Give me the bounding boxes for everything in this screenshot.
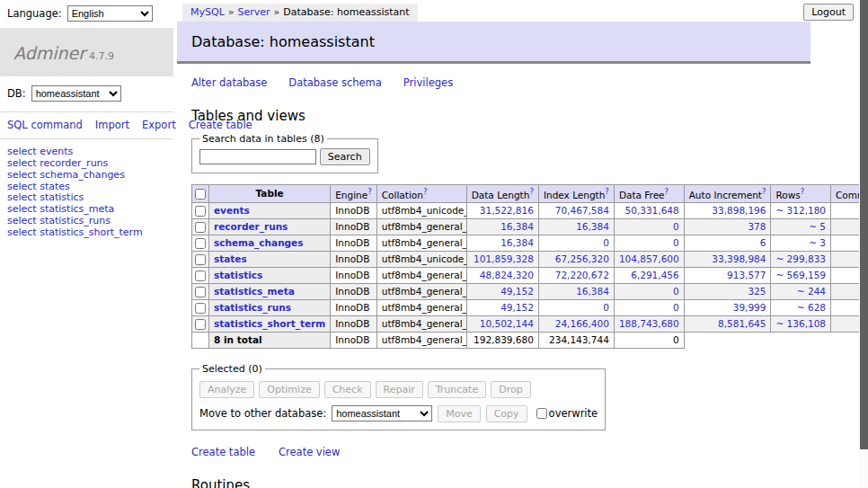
data-length-help-link[interactable]: ? — [529, 187, 534, 196]
collation-cell: utf8mb4_general_ci — [376, 235, 466, 251]
row-select-checkbox[interactable] — [195, 287, 206, 297]
engine-help-link[interactable]: ? — [368, 187, 372, 196]
sidebar-item-select-schema-changes[interactable]: select schema_changes — [7, 170, 166, 182]
drop-button[interactable]: Drop — [491, 381, 530, 398]
move-database-select[interactable]: homeassistant — [332, 405, 432, 421]
data-free-link[interactable]: 50,331,648 — [625, 205, 679, 216]
row-select-checkbox[interactable] — [195, 206, 206, 217]
select-all-checkbox[interactable] — [195, 189, 206, 200]
index-length-link[interactable]: 0 — [603, 237, 609, 248]
rows-link[interactable]: ~ 3 — [809, 237, 826, 248]
auto-increment-link[interactable]: 33,898,196 — [712, 205, 766, 216]
index-length-link[interactable]: 72,220,672 — [555, 270, 609, 280]
row-select-checkbox[interactable] — [195, 238, 206, 249]
index-length-link[interactable]: 0 — [603, 302, 609, 313]
rows-link[interactable]: ~ 299,833 — [775, 253, 826, 264]
table-name-link[interactable]: events — [214, 205, 250, 216]
rows-link[interactable]: ~ 569,159 — [775, 270, 826, 280]
search-input[interactable] — [199, 149, 316, 164]
data-length-link[interactable]: 16,384 — [500, 221, 534, 232]
auto-increment-link[interactable]: 39,999 — [733, 302, 766, 313]
data-free-cell: 188,743,680 — [614, 315, 684, 332]
rows-link[interactable]: ~ 5 — [809, 221, 826, 232]
rows-help-link[interactable]: ? — [801, 187, 805, 196]
data-free-link[interactable]: 188,743,680 — [619, 318, 679, 329]
db-select[interactable]: homeassistant — [31, 85, 121, 102]
copy-button[interactable]: Copy — [486, 405, 527, 422]
auto-increment-help-link[interactable]: ? — [762, 187, 766, 196]
search-button[interactable]: Search — [320, 148, 370, 165]
table-name-link[interactable]: schema_changes — [214, 237, 304, 248]
alter-database-link[interactable]: Alter database — [191, 76, 267, 89]
table-name-link[interactable]: statistics_short_term — [214, 318, 325, 329]
truncate-button[interactable]: Truncate — [428, 381, 486, 398]
table-name-link[interactable]: statistics_runs — [214, 302, 291, 313]
analyze-button[interactable]: Analyze — [199, 381, 254, 398]
rows-link[interactable]: ~ 628 — [797, 302, 826, 313]
auto-increment-link[interactable]: 33,398,984 — [712, 253, 766, 264]
data-free-link[interactable]: 6,291,456 — [631, 270, 678, 280]
row-select-checkbox[interactable] — [195, 303, 206, 314]
index-length-link[interactable]: 16,384 — [576, 221, 609, 232]
optimize-button[interactable]: Optimize — [259, 381, 319, 398]
breadcrumb-mysql-link[interactable]: MySQL — [190, 6, 225, 18]
table-name-link[interactable]: statistics_meta — [214, 286, 295, 297]
sidebar-link-export[interactable]: Export — [142, 119, 176, 131]
row-select-checkbox[interactable] — [195, 319, 206, 330]
table-name-link[interactable]: statistics — [214, 270, 262, 280]
move-button[interactable]: Move — [438, 405, 481, 422]
breadcrumb-server-link[interactable]: Server — [238, 6, 270, 18]
data-free-help-link[interactable]: ? — [665, 187, 669, 196]
rows-link[interactable]: ~ 312,180 — [775, 205, 826, 216]
sidebar-item-select-recorder-runs[interactable]: select recorder_runs — [7, 158, 166, 170]
logout-button[interactable]: Logout — [803, 4, 854, 21]
footer-collation-cell: utf8mb4_general_ci — [376, 332, 466, 348]
sidebar-link-import[interactable]: Import — [95, 119, 129, 131]
row-select-checkbox[interactable] — [195, 271, 206, 281]
create-table-link[interactable]: Create table — [191, 446, 255, 458]
collation-help-link[interactable]: ? — [423, 187, 428, 196]
row-select-checkbox[interactable] — [195, 222, 206, 233]
data-length-link[interactable]: 49,152 — [500, 286, 534, 297]
sidebar-link-sql-command[interactable]: SQL command — [7, 119, 83, 131]
sidebar-item-select-statistics-meta[interactable]: select statistics_meta — [7, 204, 166, 216]
overwrite-checkbox[interactable] — [536, 408, 547, 419]
repair-button[interactable]: Repair — [376, 381, 423, 398]
database-schema-link[interactable]: Database schema — [288, 76, 381, 89]
data-free-link[interactable]: 0 — [673, 302, 679, 313]
index-length-link[interactable]: 16,384 — [576, 286, 609, 297]
data-length-link[interactable]: 31,522,816 — [480, 205, 534, 216]
scrollbar-thumb[interactable] — [860, 0, 868, 449]
auto-increment-link[interactable]: 6 — [760, 237, 766, 248]
sidebar-item-select-statistics-short-term[interactable]: select statistics_short_term — [7, 227, 166, 239]
index-length-help-link[interactable]: ? — [605, 187, 609, 196]
row-checkbox-cell — [192, 283, 209, 299]
sidebar-item-select-statistics-runs[interactable]: select statistics_runs — [7, 216, 166, 227]
data-length-link[interactable]: 16,384 — [500, 237, 534, 248]
data-free-link[interactable]: 0 — [673, 221, 679, 232]
index-length-link[interactable]: 24,166,400 — [555, 318, 609, 329]
data-length-link[interactable]: 49,152 — [500, 302, 534, 313]
data-free-link[interactable]: 104,857,600 — [619, 253, 679, 264]
index-length-link[interactable]: 70,467,584 — [555, 205, 609, 216]
data-free-link[interactable]: 0 — [673, 286, 679, 297]
auto-increment-link[interactable]: 325 — [748, 286, 766, 297]
table-name-link[interactable]: states — [214, 253, 247, 264]
vertical-scrollbar[interactable] — [859, 0, 868, 488]
rows-link[interactable]: ~ 244 — [797, 286, 826, 297]
data-length-link[interactable]: 10,502,144 — [480, 318, 534, 329]
index-length-link[interactable]: 67,256,320 — [555, 253, 609, 264]
auto-increment-link[interactable]: 913,577 — [727, 270, 766, 280]
data-length-link[interactable]: 101,859,328 — [474, 253, 534, 264]
auto-increment-link[interactable]: 8,581,645 — [718, 318, 766, 329]
data-length-link[interactable]: 48,824,320 — [480, 270, 534, 280]
table-name-link[interactable]: recorder_runs — [214, 221, 288, 232]
create-view-link[interactable]: Create view — [279, 446, 340, 458]
language-select[interactable]: English — [67, 5, 153, 22]
privileges-link[interactable]: Privileges — [403, 76, 453, 89]
rows-link[interactable]: ~ 136,108 — [775, 318, 826, 329]
auto-increment-link[interactable]: 378 — [748, 221, 766, 232]
check-button[interactable]: Check — [324, 381, 371, 398]
data-free-link[interactable]: 0 — [673, 237, 679, 248]
row-select-checkbox[interactable] — [195, 254, 206, 265]
